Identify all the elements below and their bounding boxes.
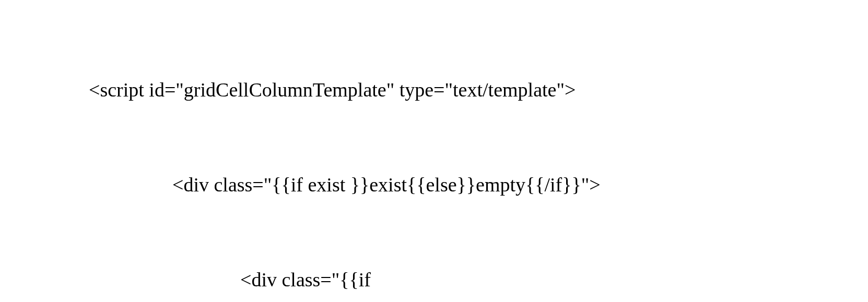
- code-line-2: <div class="{{if exist }}exist{{else}}em…: [10, 169, 858, 201]
- code-snippet: <script id="gridCellColumnTemplate" type…: [10, 10, 858, 302]
- code-line-1: <script id="gridCellColumnTemplate" type…: [10, 74, 858, 106]
- code-line-3: <div class="{{if: [10, 264, 858, 296]
